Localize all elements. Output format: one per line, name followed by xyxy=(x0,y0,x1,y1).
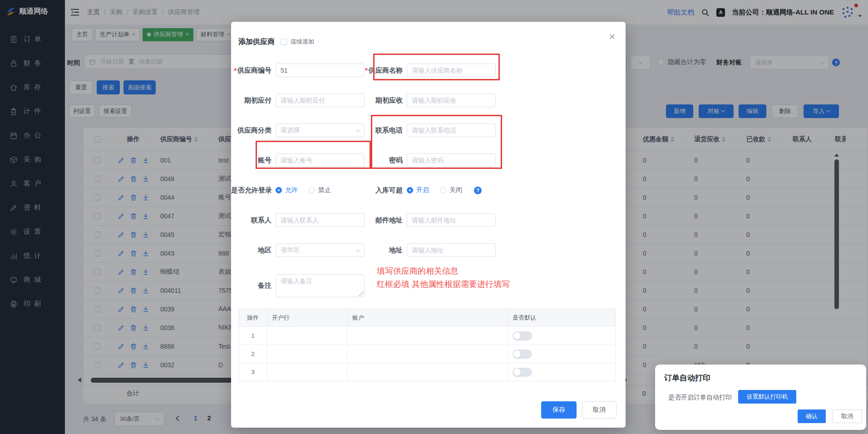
allow-radio[interactable] xyxy=(276,187,282,193)
supplier-name-label: *供应商名称 xyxy=(365,66,403,75)
red-annotation: 填写供应商的相关信息 红框必填 其他属性根据需要进行填写 xyxy=(377,265,510,291)
bank-table-row: 3 xyxy=(239,363,616,381)
contact-input[interactable] xyxy=(276,213,365,227)
password-label: 密码 xyxy=(365,156,403,165)
chevron-down-icon xyxy=(356,128,360,132)
cancel-button[interactable]: 取消 xyxy=(582,401,616,419)
forbid-radio-label[interactable]: 禁止 xyxy=(318,186,331,194)
bank-row-index: 2 xyxy=(239,345,267,363)
default-toggle[interactable] xyxy=(513,331,532,340)
modal-title: 添加供应商 xyxy=(238,37,275,47)
bank-name-cell[interactable] xyxy=(267,363,348,381)
inbound-off-label[interactable]: 关闭 xyxy=(449,186,462,194)
bank-account-cell[interactable] xyxy=(348,327,508,345)
bank-name-cell[interactable] xyxy=(267,327,348,345)
forbid-radio[interactable] xyxy=(309,187,315,193)
annotation-line1: 填写供应商的相关信息 xyxy=(377,265,510,278)
bank-column-header: 是否默认 xyxy=(508,309,616,326)
remark-label: 备注 xyxy=(231,281,271,290)
bank-table-row: 1 xyxy=(239,326,616,345)
region-label: 地区 xyxy=(231,246,271,255)
over-inbound-label: 入库可超 xyxy=(365,186,403,195)
email-input[interactable] xyxy=(407,213,496,227)
supplier-code-input[interactable] xyxy=(276,64,365,77)
account-input[interactable] xyxy=(276,153,365,167)
save-button[interactable]: 保存 xyxy=(541,401,577,419)
continuous-add-checkbox[interactable] xyxy=(281,39,287,45)
bank-account-cell[interactable] xyxy=(348,363,508,381)
bank-table-row: 2 xyxy=(239,345,616,363)
continuous-add-label: 连续添加 xyxy=(291,38,314,46)
allow-login-label: 是否允许登录 xyxy=(231,186,271,195)
inbound-off-radio[interactable] xyxy=(440,187,446,193)
supplier-category-label: 供应商分类 xyxy=(231,126,271,135)
remark-textarea[interactable] xyxy=(276,274,365,297)
supplier-category-select[interactable]: 请选择 xyxy=(276,123,365,137)
opening-payable-label: 期初应付 xyxy=(231,96,271,105)
email-label: 邮件地址 xyxy=(365,216,403,225)
set-default-printer-button[interactable]: 设置默认打印机 xyxy=(738,390,796,404)
close-icon[interactable]: ✕ xyxy=(609,33,616,41)
password-input[interactable] xyxy=(407,153,496,167)
supplier-name-input[interactable] xyxy=(407,64,496,77)
contact-label: 联系人 xyxy=(231,216,271,225)
chevron-down-icon xyxy=(356,247,360,252)
auto-print-panel: 订单自动打印 是否开启订单自动打印 设置默认打印机 确认 取消 xyxy=(655,365,866,430)
confirm-button[interactable]: 确认 xyxy=(798,409,826,423)
bank-column-header: 账户 xyxy=(348,309,508,326)
contact-phone-input[interactable] xyxy=(407,123,496,137)
inbound-on-radio[interactable] xyxy=(407,187,413,193)
opening-receivable-input[interactable] xyxy=(407,94,496,107)
bank-row-index: 1 xyxy=(239,327,267,345)
inbound-on-label[interactable]: 开启 xyxy=(416,186,429,194)
bank-row-index: 3 xyxy=(239,363,267,381)
add-supplier-modal: 添加供应商 连续添加 ✕ *供应商编号 *供应商名称 期初应付 xyxy=(231,22,626,428)
allow-radio-label[interactable]: 允许 xyxy=(285,186,298,194)
print-panel-question: 是否开启订单自动打印 xyxy=(668,394,732,402)
supplier-code-label: *供应商编号 xyxy=(231,66,271,75)
bank-table-header: 操作开户行账户是否默认 xyxy=(239,309,616,326)
default-toggle[interactable] xyxy=(513,350,532,359)
print-cancel-button[interactable]: 取消 xyxy=(832,409,862,423)
print-panel-title: 订单自动打印 xyxy=(664,373,710,383)
region-select[interactable]: 省市区 xyxy=(276,243,365,257)
address-input[interactable] xyxy=(407,243,496,257)
annotation-line2: 红框必填 其他属性根据需要进行填写 xyxy=(377,278,510,291)
bank-account-table: 操作开户行账户是否默认 1 2 3 xyxy=(238,309,616,381)
bank-name-cell[interactable] xyxy=(267,345,348,363)
bank-column-header: 开户行 xyxy=(267,309,348,326)
contact-phone-label: 联系电话 xyxy=(365,126,403,135)
bank-column-header: 操作 xyxy=(239,309,267,326)
help-icon[interactable]: ? xyxy=(474,187,482,194)
account-label: 账号 xyxy=(231,156,271,165)
default-toggle[interactable] xyxy=(513,368,532,377)
opening-payable-input[interactable] xyxy=(276,94,365,107)
bank-account-cell[interactable] xyxy=(348,345,508,363)
opening-receivable-label: 期初应收 xyxy=(365,96,403,105)
address-label: 地址 xyxy=(365,246,403,255)
